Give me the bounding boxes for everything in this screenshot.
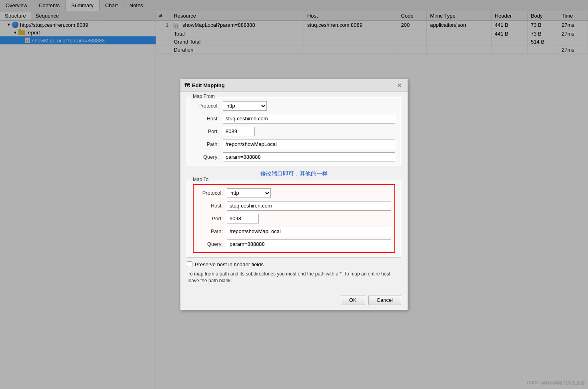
preserve-row: Preserve host in header fields [187, 261, 401, 267]
map-from-query-row: Query: [193, 152, 395, 162]
preserve-checkbox[interactable] [187, 261, 192, 267]
modal-overlay[interactable]: 🗺 Edit Mapping ✕ Map From Protocol: http… [0, 0, 588, 389]
modal-title: 🗺 Edit Mapping [184, 82, 225, 88]
modal-body: Map From Protocol: http https Host: Port… [180, 92, 408, 292]
map-to-path-input[interactable] [227, 227, 391, 236]
map-to-host-row: Host: [197, 201, 391, 211]
map-from-label: Map From [191, 94, 216, 99]
map-to-label: Map To [191, 177, 210, 182]
map-to-path-label: Path: [197, 228, 223, 234]
map-to-protocol-select[interactable]: http https [227, 188, 271, 198]
preserve-label[interactable]: Preserve host in header fields [195, 261, 264, 267]
modal-close-button[interactable]: ✕ [395, 82, 404, 89]
map-from-host-label: Host: [193, 116, 219, 122]
map-to-host-input[interactable] [227, 201, 391, 211]
map-from-protocol-select[interactable]: http https [223, 101, 267, 111]
map-from-host-row: Host: [193, 114, 395, 124]
modal-footer: OK Cancel [180, 292, 408, 310]
map-to-protocol-row: Protocol: http https [197, 188, 391, 198]
cancel-button[interactable]: Cancel [368, 295, 401, 305]
edit-mapping-modal: 🗺 Edit Mapping ✕ Map From Protocol: http… [180, 79, 408, 311]
map-to-query-row: Query: [197, 239, 391, 249]
map-from-query-label: Query: [193, 154, 219, 160]
map-to-query-label: Query: [197, 241, 223, 247]
map-to-protocol-label: Protocol: [197, 190, 223, 196]
map-from-path-row: Path: [193, 140, 395, 149]
map-from-port-input[interactable] [223, 127, 255, 136]
modal-icon: 🗺 [184, 82, 190, 88]
map-from-path-label: Path: [193, 141, 219, 147]
map-from-path-input[interactable] [223, 140, 395, 149]
ok-button[interactable]: OK [341, 295, 365, 305]
map-to-port-input[interactable] [227, 214, 259, 223]
map-from-port-label: Port: [193, 128, 219, 134]
map-from-port-row: Port: [193, 127, 395, 136]
map-to-query-input[interactable] [227, 239, 391, 249]
map-to-section: Map To Protocol: http https Host: [187, 180, 401, 257]
map-to-port-label: Port: [197, 215, 223, 221]
map-from-section: Map From Protocol: http https Host: Port… [187, 97, 401, 166]
help-text: To map from a path and its subdirectorie… [187, 271, 401, 284]
map-from-protocol-label: Protocol: [193, 103, 219, 109]
watermark: CSDN @敲代码敲到头发茂密 [527, 380, 585, 386]
map-to-highlight-box: Protocol: http https Host: Port: [193, 184, 395, 253]
map-from-query-input[interactable] [223, 152, 395, 162]
map-to-host-label: Host: [197, 203, 223, 209]
map-from-host-input[interactable] [223, 114, 395, 124]
map-to-port-row: Port: [197, 214, 391, 223]
map-from-protocol-row: Protocol: http https [193, 101, 395, 111]
annotation-text: 修改端口即可，其他的一样 [187, 170, 401, 178]
map-to-path-row: Path: [197, 227, 391, 236]
modal-title-bar: 🗺 Edit Mapping ✕ [180, 79, 408, 92]
